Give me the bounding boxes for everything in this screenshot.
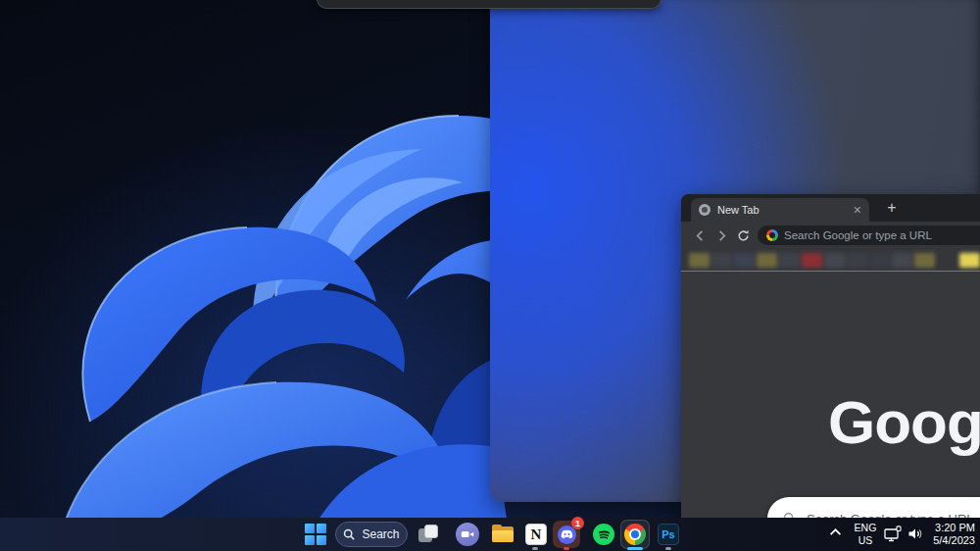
bookmark-chip[interactable] [937, 253, 957, 268]
bookmark-chip[interactable] [734, 253, 755, 268]
speaker-icon [907, 526, 923, 541]
photoshop-running-indicator [665, 547, 671, 550]
top-peek-window[interactable] [317, 0, 662, 9]
task-view-button[interactable] [416, 523, 440, 546]
language-code: ENG [851, 522, 880, 534]
bookmark-chip[interactable] [711, 253, 732, 268]
tab-new-tab[interactable]: New Tab × [691, 198, 869, 222]
bookmark-chip[interactable] [869, 253, 890, 268]
tab-strip: New Tab × + [681, 194, 980, 222]
file-explorer-button[interactable] [491, 523, 514, 546]
task-view-icon [416, 523, 440, 546]
search-icon [343, 528, 356, 541]
address-placeholder: Search Google or type a URL [784, 229, 932, 241]
desktop: New Tab × + Search Google or type a URL [0, 0, 980, 551]
chrome-button-active[interactable] [620, 520, 650, 549]
address-bar[interactable]: Search Google or type a URL [758, 225, 980, 245]
notion-running-indicator [532, 547, 538, 550]
chrome-window[interactable]: New Tab × + Search Google or type a URL [681, 194, 980, 551]
photoshop-icon: Ps [658, 524, 679, 545]
discord-running-indicator [564, 547, 569, 550]
bookmark-chip[interactable] [802, 253, 822, 268]
network-button[interactable] [884, 526, 902, 542]
bookmark-chip[interactable] [689, 253, 710, 268]
browser-toolbar: Search Google or type a URL [681, 222, 980, 249]
clock-date[interactable]: 3:20 PM 5/4/2023 [933, 522, 975, 547]
bookmark-chip[interactable] [914, 253, 935, 268]
tab-favicon-icon [699, 204, 710, 216]
bookmark-chip[interactable] [847, 253, 867, 268]
folder-icon [491, 523, 514, 546]
tab-title: New Tab [717, 204, 760, 216]
network-icon [884, 526, 902, 542]
chrome-icon [624, 524, 646, 545]
spotify-button[interactable] [592, 523, 615, 546]
start-button[interactable] [304, 523, 327, 546]
windows-logo-icon [305, 524, 326, 545]
chevron-up-icon [829, 527, 842, 536]
language-region: US [851, 534, 880, 547]
reload-button[interactable] [732, 225, 754, 246]
clock-date-value: 5/4/2023 [933, 534, 975, 547]
language-switcher[interactable]: ENG US [851, 522, 880, 547]
teams-chat-button[interactable] [456, 523, 479, 546]
clock-time: 3:20 PM [933, 522, 975, 534]
google-g-icon [766, 229, 778, 241]
chrome-active-indicator [627, 547, 643, 550]
bookmark-chip-row [689, 253, 980, 268]
volume-button[interactable] [907, 526, 923, 541]
bookmarks-bar[interactable] [681, 249, 980, 271]
spotify-icon [593, 524, 614, 545]
bookmark-chip[interactable] [757, 253, 777, 268]
search-label: Search [362, 527, 399, 541]
new-tab-button[interactable]: + [883, 199, 901, 217]
bookmark-chip[interactable] [824, 253, 845, 268]
back-button[interactable] [689, 225, 710, 246]
taskbar-search[interactable]: Search [335, 522, 408, 547]
bookmark-chip[interactable] [892, 253, 912, 268]
google-logo: Google [828, 387, 980, 457]
hidden-icons-button[interactable] [829, 527, 842, 536]
forward-button[interactable] [710, 225, 732, 246]
notion-button[interactable]: N [524, 523, 548, 546]
photoshop-button[interactable]: Ps [657, 523, 680, 546]
notion-icon: N [525, 524, 547, 545]
bookmark-chip[interactable] [959, 253, 980, 268]
discord-notification-badge: 1 [571, 517, 584, 529]
close-tab-icon[interactable]: × [854, 203, 861, 217]
taskbar: Search N [0, 518, 980, 551]
new-tab-page: Google Search Google or type a URL [681, 271, 980, 551]
bookmark-chip[interactable] [779, 253, 800, 268]
video-chat-icon [456, 523, 479, 546]
discord-button[interactable]: 1 [553, 521, 580, 548]
